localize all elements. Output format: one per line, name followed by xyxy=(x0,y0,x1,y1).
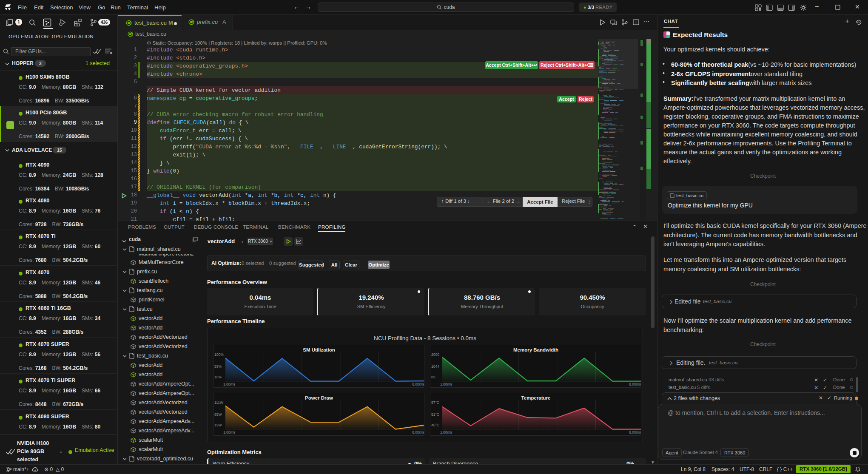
svg-text:18%: 18% xyxy=(214,375,222,379)
svg-text:Temperature: Temperature xyxy=(521,395,551,400)
svg-text:1044: 1044 xyxy=(431,364,439,369)
svg-text:65W: 65W xyxy=(214,412,222,417)
svg-text:1.00ms: 1.00ms xyxy=(223,382,235,386)
svg-text:SM Utilization: SM Utilization xyxy=(303,347,335,352)
svg-text:1.00ms: 1.00ms xyxy=(440,430,452,434)
svg-text:1.00ms: 1.00ms xyxy=(223,430,235,434)
svg-text:8.00ms: 8.00ms xyxy=(629,430,641,434)
svg-text:1.00ms: 1.00ms xyxy=(440,382,452,386)
svg-text:57°C: 57°C xyxy=(431,400,439,405)
svg-text:8.00ms: 8.00ms xyxy=(412,430,424,434)
svg-text:100%: 100% xyxy=(214,352,224,357)
svg-text:46°C: 46°C xyxy=(431,423,439,427)
svg-text:Memory Bandwidth: Memory Bandwidth xyxy=(513,347,558,352)
svg-text:8.00ms: 8.00ms xyxy=(412,382,424,386)
svg-text:19W: 19W xyxy=(214,423,222,427)
svg-text:Power Draw: Power Draw xyxy=(305,395,333,400)
svg-text:8.00ms: 8.00ms xyxy=(629,382,641,386)
svg-text:59%: 59% xyxy=(214,364,222,369)
svg-text:111W: 111W xyxy=(214,400,223,405)
svg-text:2000: 2000 xyxy=(431,352,439,357)
svg-text:89: 89 xyxy=(431,375,435,379)
svg-text:51°C: 51°C xyxy=(431,412,439,417)
